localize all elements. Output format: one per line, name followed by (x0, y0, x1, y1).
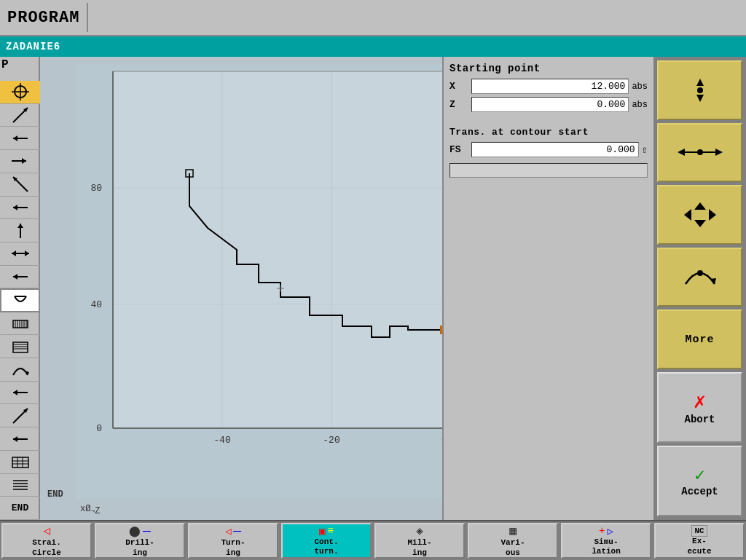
drilling-button[interactable]: ⬤ — Drill-ing (95, 523, 185, 559)
accept-check-icon: ✓ (694, 465, 704, 486)
x-input[interactable] (471, 79, 629, 94)
vertical-arrows-button[interactable] (657, 60, 742, 120)
zoom-button[interactable] (657, 185, 742, 245)
arrow-left5-svg (10, 429, 31, 449)
arrow-left2-icon[interactable] (0, 197, 40, 220)
more-button[interactable]: More (657, 309, 742, 369)
header: PROGRAM (0, 0, 746, 36)
diagonal-ur-icon[interactable] (0, 104, 40, 127)
accept-button[interactable]: ✓ Accept (657, 446, 742, 516)
turning-icon2: — (233, 524, 241, 538)
svg-rect-61 (440, 326, 442, 334)
arrow-right2-icon[interactable] (0, 242, 40, 266)
simulation-label: Simu-lation (592, 537, 621, 556)
cup-icon[interactable] (0, 288, 40, 312)
x-param-row: X abs (449, 79, 648, 94)
various-button[interactable]: ▦ Vari-ous (468, 523, 558, 559)
milling-icon: ◈ (416, 524, 423, 538)
svg-marker-14 (17, 224, 23, 228)
arrow-left5-icon[interactable] (0, 427, 40, 451)
fs-icon: ⇧ (642, 143, 648, 156)
arrow-right-icon[interactable] (0, 150, 40, 173)
drilling-label: Drill-ing (125, 538, 154, 557)
various-icon: ▦ (509, 524, 517, 538)
straight-circle-label: Strai.Circle (32, 538, 61, 557)
svg-marker-77 (709, 209, 716, 221)
cont-turn-button[interactable]: ▣ ≡ Cont.turn. (281, 523, 372, 559)
diag-ur-svg (10, 105, 31, 125)
grid2-icon[interactable] (0, 474, 40, 497)
svg-rect-28 (13, 342, 28, 352)
crosshair-icon[interactable] (0, 81, 40, 104)
svg-marker-76 (684, 209, 691, 221)
svg-rect-39 (12, 457, 28, 468)
x-unit: abs (632, 82, 648, 92)
milling-button[interactable]: ◈ Mill-ing (374, 523, 465, 559)
execute-button[interactable]: NC Ex-ecute (654, 523, 745, 559)
center-right: 80 40 0 -40 -20 0 (40, 57, 653, 520)
svg-text:80: 80 (90, 183, 102, 194)
svg-text:-20: -20 (323, 435, 339, 446)
svg-marker-34 (13, 390, 17, 395)
vertical-arrows-svg (682, 76, 718, 105)
starting-point-section: Starting point X abs Z abs (449, 63, 648, 115)
arc-icon[interactable] (0, 358, 40, 382)
svg-text:0: 0 (441, 435, 442, 446)
svg-marker-6 (13, 135, 17, 141)
arrow-right-svg (10, 151, 31, 171)
trans-contour-section: Trans. at contour start FS ⇧ (449, 127, 648, 178)
svg-point-69 (697, 149, 703, 155)
turning-icon: ◁ (225, 525, 231, 537)
arrow-left-icon[interactable] (0, 127, 40, 150)
turning-button[interactable]: ◁ — Turn-ing (188, 523, 278, 559)
hatch2-svg (10, 336, 31, 357)
grid1-icon[interactable] (0, 451, 40, 474)
z-axis-label: →Z (90, 506, 100, 516)
cont-icon2: ≡ (328, 525, 334, 537)
z-input[interactable] (471, 97, 629, 112)
arc-rotate-button[interactable] (657, 248, 742, 307)
diag2-svg (10, 406, 31, 426)
hatch2-icon[interactable] (0, 335, 40, 358)
accept-label: Accept (681, 486, 718, 497)
diagonal-ul-icon[interactable] (0, 173, 40, 197)
diagonal2-icon[interactable] (0, 404, 40, 427)
cup-svg (10, 291, 31, 311)
arrow-up-icon[interactable] (0, 219, 40, 242)
svg-marker-17 (12, 251, 16, 256)
zoom-svg (678, 197, 722, 233)
more-label: More (685, 334, 714, 346)
hatch1-icon[interactable] (0, 312, 40, 336)
fs-input[interactable] (471, 142, 639, 157)
grid1-svg (10, 451, 31, 472)
arrow-left3-icon[interactable] (0, 266, 40, 289)
simulation-button[interactable]: + ▷ Simu-lation (561, 523, 651, 559)
drilling-icon: ⬤ (129, 525, 141, 537)
abort-x-icon: ✗ (694, 389, 706, 414)
svg-marker-74 (694, 202, 706, 210)
milling-label: Mill-ing (407, 538, 431, 557)
arrow-left4-icon[interactable] (0, 382, 40, 405)
main-area: P T (0, 57, 746, 520)
svg-marker-38 (13, 436, 17, 442)
arrow-right2-svg (10, 243, 31, 264)
svg-rect-49 (113, 71, 442, 428)
nc-label: NC (691, 525, 707, 537)
program-title: PROGRAM (7, 9, 79, 27)
svg-text:0: 0 (96, 423, 102, 434)
svg-marker-75 (694, 220, 706, 227)
graph-area: 80 40 0 -40 -20 0 (40, 57, 442, 520)
arc-svg (10, 359, 31, 379)
straight-circle-button[interactable]: ◁ Strai.Circle (1, 523, 92, 559)
abort-button[interactable]: ✗ Abort (657, 372, 742, 443)
straight-icon: ◁ (43, 524, 50, 538)
svg-marker-12 (13, 205, 17, 210)
turning-label: Turn-ing (221, 538, 245, 557)
arc-rotate-svg (678, 259, 722, 295)
left-toolbar: P T (0, 57, 40, 520)
fs-label: FS (449, 144, 471, 155)
right-buttons: More ✗ Abort ✓ Accept (653, 57, 746, 520)
horizontal-arrows-button[interactable] (657, 123, 742, 183)
arrow-left-svg (10, 128, 31, 149)
trans-contour-title: Trans. at contour start (449, 127, 648, 138)
